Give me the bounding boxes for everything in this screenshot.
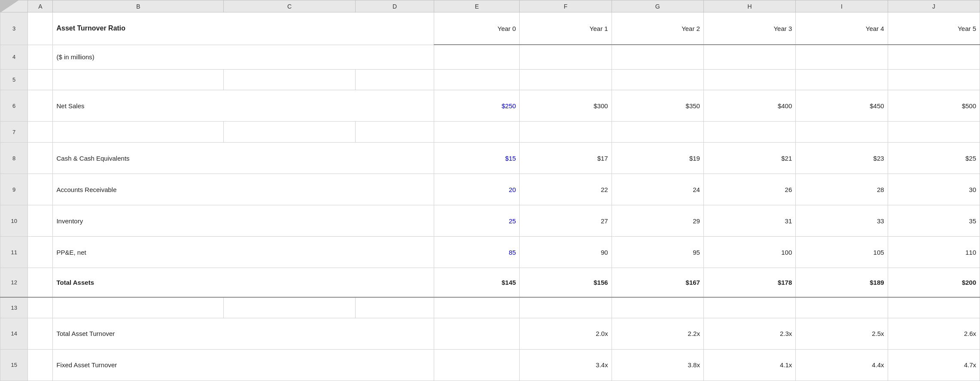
cell-h14[interactable]: 2.3x [703, 318, 795, 349]
cell-c7[interactable] [224, 122, 355, 143]
cell-a12[interactable] [28, 268, 53, 297]
cell-e10[interactable]: 25 [434, 205, 520, 237]
cell-a5[interactable] [28, 69, 53, 90]
cell-e8[interactable]: $15 [434, 143, 520, 174]
cell-i4[interactable] [796, 45, 888, 69]
cell-h8[interactable]: $21 [703, 143, 795, 174]
cell-a11[interactable] [28, 237, 53, 268]
col-header-i[interactable]: I [796, 0, 888, 12]
cell-h9[interactable]: 26 [703, 174, 795, 205]
col-header-e[interactable]: E [434, 0, 520, 12]
cell-g13[interactable] [612, 297, 703, 318]
cell-f5[interactable] [520, 69, 612, 90]
cell-g15[interactable]: 3.8x [612, 349, 703, 381]
cell-f4[interactable] [520, 45, 612, 69]
cell-i7[interactable] [796, 122, 888, 143]
cell-f13[interactable] [520, 297, 612, 318]
cell-a14[interactable] [28, 318, 53, 349]
cell-a8[interactable] [28, 143, 53, 174]
cell-i3[interactable]: Year 4 [796, 12, 888, 45]
cell-j14[interactable]: 2.6x [888, 318, 980, 349]
cell-h10[interactable]: 31 [703, 205, 795, 237]
cell-g6[interactable]: $350 [612, 90, 703, 122]
cell-f6[interactable]: $300 [520, 90, 612, 122]
cell-j9[interactable]: 30 [888, 174, 980, 205]
cell-e12[interactable]: $145 [434, 268, 520, 297]
cell-g4[interactable] [612, 45, 703, 69]
cell-h11[interactable]: 100 [703, 237, 795, 268]
cell-h13[interactable] [703, 297, 795, 318]
cell-e11[interactable]: 85 [434, 237, 520, 268]
cell-d13[interactable] [355, 297, 434, 318]
cell-i10[interactable]: 33 [796, 205, 888, 237]
cell-g12[interactable]: $167 [612, 268, 703, 297]
cell-j11[interactable]: 110 [888, 237, 980, 268]
cell-f3[interactable]: Year 1 [520, 12, 612, 45]
cell-e9[interactable]: 20 [434, 174, 520, 205]
col-header-d[interactable]: D [355, 0, 434, 12]
cell-e13[interactable] [434, 297, 520, 318]
cell-h3[interactable]: Year 3 [703, 12, 795, 45]
cell-h12[interactable]: $178 [703, 268, 795, 297]
cell-e3[interactable]: Year 0 [434, 12, 520, 45]
cell-f11[interactable]: 90 [520, 237, 612, 268]
cell-e4[interactable] [434, 45, 520, 69]
col-header-f[interactable]: F [520, 0, 612, 12]
cell-g14[interactable]: 2.2x [612, 318, 703, 349]
cell-a3[interactable] [28, 12, 53, 45]
col-header-b[interactable]: B [53, 0, 224, 12]
cell-a4[interactable] [28, 45, 53, 69]
col-header-g[interactable]: G [612, 0, 703, 12]
cell-f9[interactable]: 22 [520, 174, 612, 205]
cell-j6[interactable]: $500 [888, 90, 980, 122]
cell-e14[interactable] [434, 318, 520, 349]
cell-a13[interactable] [28, 297, 53, 318]
cell-j7[interactable] [888, 122, 980, 143]
cell-j13[interactable] [888, 297, 980, 318]
cell-i12[interactable]: $189 [796, 268, 888, 297]
cell-j10[interactable]: 35 [888, 205, 980, 237]
cell-h5[interactable] [703, 69, 795, 90]
cell-i15[interactable]: 4.4x [796, 349, 888, 381]
cell-f10[interactable]: 27 [520, 205, 612, 237]
cell-j15[interactable]: 4.7x [888, 349, 980, 381]
cell-i8[interactable]: $23 [796, 143, 888, 174]
cell-d5[interactable] [355, 69, 434, 90]
cell-g7[interactable] [612, 122, 703, 143]
cell-e7[interactable] [434, 122, 520, 143]
cell-g5[interactable] [612, 69, 703, 90]
cell-i9[interactable]: 28 [796, 174, 888, 205]
cell-f7[interactable] [520, 122, 612, 143]
cell-j8[interactable]: $25 [888, 143, 980, 174]
cell-j4[interactable] [888, 45, 980, 69]
cell-b7[interactable] [53, 122, 224, 143]
cell-h7[interactable] [703, 122, 795, 143]
cell-i13[interactable] [796, 297, 888, 318]
cell-e5[interactable] [434, 69, 520, 90]
cell-b5[interactable] [53, 69, 224, 90]
cell-h15[interactable]: 4.1x [703, 349, 795, 381]
cell-d7[interactable] [355, 122, 434, 143]
cell-c5[interactable] [224, 69, 355, 90]
cell-f14[interactable]: 2.0x [520, 318, 612, 349]
cell-f12[interactable]: $156 [520, 268, 612, 297]
cell-g10[interactable]: 29 [612, 205, 703, 237]
col-header-h[interactable]: H [703, 0, 795, 12]
cell-c13[interactable] [224, 297, 355, 318]
cell-g9[interactable]: 24 [612, 174, 703, 205]
cell-g3[interactable]: Year 2 [612, 12, 703, 45]
cell-i11[interactable]: 105 [796, 237, 888, 268]
cell-i6[interactable]: $450 [796, 90, 888, 122]
cell-a10[interactable] [28, 205, 53, 237]
cell-h4[interactable] [703, 45, 795, 69]
cell-i5[interactable] [796, 69, 888, 90]
cell-a7[interactable] [28, 122, 53, 143]
cell-h6[interactable]: $400 [703, 90, 795, 122]
cell-g8[interactable]: $19 [612, 143, 703, 174]
cell-e6[interactable]: $250 [434, 90, 520, 122]
cell-j3[interactable]: Year 5 [888, 12, 980, 45]
col-header-j[interactable]: J [888, 0, 980, 12]
cell-e15[interactable] [434, 349, 520, 381]
cell-i14[interactable]: 2.5x [796, 318, 888, 349]
cell-j5[interactable] [888, 69, 980, 90]
